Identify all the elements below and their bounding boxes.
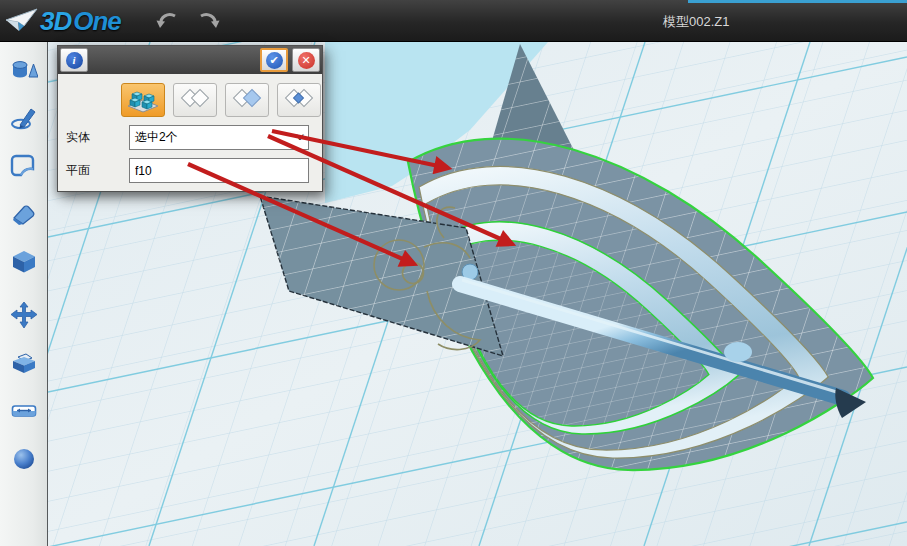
eraser-icon xyxy=(10,200,38,228)
field-row-solids: 实体 选中2个 ˅ xyxy=(66,125,322,150)
mode-button-intersect[interactable] xyxy=(277,83,321,117)
cancel-x-icon: ✕ xyxy=(298,52,315,69)
sidebar-item-combine[interactable] xyxy=(0,341,47,385)
paper-plane-icon xyxy=(4,4,40,38)
chevron-down-icon: ˅ xyxy=(295,132,304,143)
boolean-mode-row xyxy=(121,83,322,117)
sidebar-item-material[interactable] xyxy=(0,437,47,481)
mode-button-combine-base[interactable] xyxy=(121,83,165,117)
sketch-draw-icon xyxy=(10,104,38,132)
sidebar-item-sketch-draw[interactable] xyxy=(0,96,47,140)
move-icon xyxy=(10,301,38,329)
sidebar-item-measure[interactable] xyxy=(0,389,47,433)
sidebar-item-sketch-surface[interactable] xyxy=(0,144,47,188)
dialog-info-button[interactable]: i xyxy=(60,48,88,72)
solids-dropdown-value: 选中2个 xyxy=(135,129,178,146)
sidebar-item-move[interactable] xyxy=(0,293,47,337)
app-window: 3D One 模型002.Z1 xyxy=(0,0,907,546)
mode-button-union[interactable] xyxy=(173,83,217,117)
dialog-cancel-button[interactable]: ✕ xyxy=(292,48,320,72)
redo-icon xyxy=(197,9,221,33)
union-icon xyxy=(178,87,212,113)
plane-field-label: 平面 xyxy=(66,162,129,179)
redo-button[interactable] xyxy=(194,8,224,34)
subtract-icon xyxy=(230,87,264,113)
dialog-confirm-button[interactable]: ✔ xyxy=(260,48,288,72)
combine-dialog: i ✔ ✕ xyxy=(57,45,323,192)
app-logo: 3D One xyxy=(4,4,121,38)
confirm-check-icon: ✔ xyxy=(266,52,283,69)
sidebar-item-primitive-solids[interactable] xyxy=(0,48,47,92)
undo-icon xyxy=(155,9,179,33)
top-accent-strip xyxy=(688,0,907,3)
document-title: 模型002.Z1 xyxy=(663,13,729,31)
tool-sidebar xyxy=(0,42,48,546)
mode-button-subtract[interactable] xyxy=(225,83,269,117)
feature-cube-icon xyxy=(10,248,38,276)
solids-dropdown[interactable]: 选中2个 ˅ xyxy=(129,125,309,150)
sidebar-item-feature-cube[interactable] xyxy=(0,240,47,284)
undo-button[interactable] xyxy=(152,8,182,34)
sketch-surface-icon xyxy=(10,152,38,180)
combine-base-icon xyxy=(125,85,161,115)
dialog-titlebar: i ✔ ✕ xyxy=(58,46,322,74)
logo-text-3d: 3D xyxy=(40,4,71,38)
info-icon: i xyxy=(66,52,83,69)
combine-box-icon xyxy=(10,349,38,377)
plane-input[interactable] xyxy=(129,158,309,183)
sidebar-item-eraser[interactable] xyxy=(0,192,47,236)
field-row-plane: 平面 xyxy=(66,158,322,183)
material-sphere-icon xyxy=(10,445,38,473)
measure-icon xyxy=(10,397,38,425)
rod-bead xyxy=(724,342,752,362)
logo-text-one: One xyxy=(73,4,121,38)
solids-field-label: 实体 xyxy=(66,129,129,146)
intersect-icon xyxy=(282,87,316,113)
primitive-solids-icon xyxy=(10,56,38,84)
title-bar: 3D One 模型002.Z1 xyxy=(0,0,907,42)
